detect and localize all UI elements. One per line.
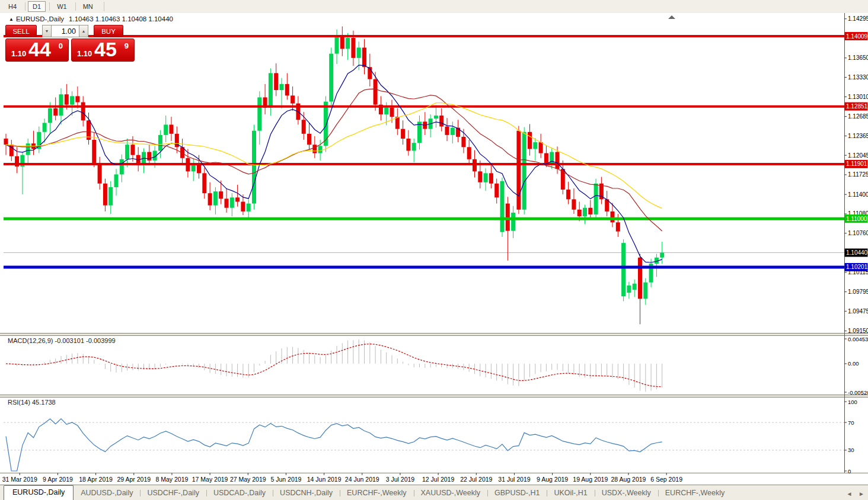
buy-button[interactable]: BUY <box>94 25 123 37</box>
svg-text:22 Jul 2019: 22 Jul 2019 <box>460 476 492 483</box>
tab-eurchf--weekly[interactable]: EURCHF-,Weekly <box>340 486 413 500</box>
svg-text:1.12851: 1.12851 <box>846 103 868 110</box>
svg-text:1.10201: 1.10201 <box>846 264 868 270</box>
tab-usdchf--daily[interactable]: USDCHF-,Daily <box>140 486 206 500</box>
timeframe-button-d1[interactable]: D1 <box>28 1 46 12</box>
symbol-tab-bar: EURUSD-,DailyAUDUSD-,DailyUSDCHF-,DailyU… <box>0 485 868 500</box>
svg-text:1.11901: 1.11901 <box>846 161 867 167</box>
volume-input[interactable] <box>52 25 79 37</box>
macd-name: MACD(12,26,9) <box>8 337 53 344</box>
chart-title: ▲EURUSD-,Daily1.10463 1.10463 1.10408 1.… <box>9 15 173 23</box>
svg-text:18 Apr 2019: 18 Apr 2019 <box>79 476 113 483</box>
svg-text:31 Mar 2019: 31 Mar 2019 <box>2 476 37 483</box>
svg-text:1.11000: 1.11000 <box>846 216 867 222</box>
sell-price-point: 0 <box>59 41 63 50</box>
volume-decrease-button[interactable]: ▼ <box>42 25 52 37</box>
timeframe-button-h4[interactable]: H4 <box>4 1 21 12</box>
svg-text:27 May 2019: 27 May 2019 <box>230 476 266 483</box>
tab-eurusd--daily[interactable]: EURUSD-,Daily <box>4 485 74 500</box>
one-click-trading-panel: SELL ▼ ▲ BUY 1.10 44 0 1.10 45 9 <box>5 25 137 62</box>
buy-price-prefix: 1.10 <box>77 49 92 58</box>
tab-usdcad--daily[interactable]: USDCAD-,Daily <box>206 486 273 500</box>
svg-text:1.12365: 1.12365 <box>848 133 868 139</box>
svg-text:1.13330: 1.13330 <box>848 74 868 81</box>
svg-text:1.11400: 1.11400 <box>848 191 868 198</box>
svg-text:9 Aug 2019: 9 Aug 2019 <box>537 476 568 483</box>
svg-text:6 Sep 2019: 6 Sep 2019 <box>650 476 682 483</box>
rsi-value: 45.1738 <box>32 399 56 406</box>
buy-price-quote[interactable]: 1.10 45 9 <box>71 39 135 62</box>
svg-text:30: 30 <box>848 447 854 453</box>
symbol-marker-icon: ▲ <box>9 17 14 22</box>
svg-text:1.09150: 1.09150 <box>848 328 868 334</box>
svg-text:17 May 2019: 17 May 2019 <box>192 476 228 483</box>
tab-scroll-left-icon[interactable]: ◄ <box>846 491 852 497</box>
tab-scroll-right-icon[interactable]: ► <box>859 491 864 497</box>
svg-text:1.10440: 1.10440 <box>846 249 868 256</box>
svg-text:1.14295: 1.14295 <box>848 15 868 22</box>
svg-text:19 Aug 2019: 19 Aug 2019 <box>573 476 608 483</box>
macd-indicator-label: MACD(12,26,9) -0.003101 -0.003999 <box>8 337 116 344</box>
price-chart-canvas[interactable]: 1.142951.136501.133301.130101.126851.123… <box>0 13 868 485</box>
svg-text:12 Jul 2019: 12 Jul 2019 <box>422 476 454 483</box>
svg-text:0: 0 <box>848 468 851 475</box>
tab-usdx--weekly[interactable]: USDX-,Weekly <box>595 486 658 500</box>
svg-text:1.13650: 1.13650 <box>848 55 868 61</box>
svg-text:14 Jun 2019: 14 Jun 2019 <box>307 476 342 483</box>
sell-button[interactable]: SELL <box>5 25 37 37</box>
sell-price-prefix: 1.10 <box>11 49 26 58</box>
tab-usdcnh--daily[interactable]: USDCNH-,Daily <box>273 486 340 500</box>
svg-text:29 Apr 2019: 29 Apr 2019 <box>117 476 151 483</box>
timeframe-button-mn[interactable]: MN <box>78 1 98 12</box>
svg-text:1.11725: 1.11725 <box>848 171 868 178</box>
svg-text:1.12045: 1.12045 <box>848 152 868 159</box>
svg-text:8 May 2019: 8 May 2019 <box>155 476 188 483</box>
chart-symbol-period: EURUSD-,Daily <box>16 15 64 23</box>
svg-text:9 Apr 2019: 9 Apr 2019 <box>43 476 73 483</box>
volume-increase-button[interactable]: ▲ <box>79 25 88 37</box>
chevron-up-icon: ▲ <box>82 29 86 33</box>
buy-price-point: 9 <box>125 41 129 50</box>
svg-text:1.09795: 1.09795 <box>848 289 868 295</box>
svg-text:1.12685: 1.12685 <box>848 113 868 120</box>
tab-ukoil--h1[interactable]: UKOil-,H1 <box>547 486 594 500</box>
svg-text:28 Aug 2019: 28 Aug 2019 <box>611 476 646 483</box>
chart-ohlc-values: 1.10463 1.10463 1.10408 1.10440 <box>69 15 173 23</box>
svg-text:1.09475: 1.09475 <box>848 308 868 315</box>
sell-price-quote[interactable]: 1.10 44 0 <box>5 39 69 62</box>
svg-text:24 Jun 2019: 24 Jun 2019 <box>345 476 379 483</box>
chevron-down-icon: ▼ <box>45 29 49 33</box>
svg-text:1.13010: 1.13010 <box>848 94 868 100</box>
svg-text:1.14009: 1.14009 <box>846 33 868 40</box>
toolbar-separator <box>25 2 25 11</box>
tab-audusd--daily[interactable]: AUDUSD-,Daily <box>74 486 140 500</box>
timeframe-toolbar: H4D1W1MN <box>0 0 868 13</box>
svg-text:100: 100 <box>848 399 857 405</box>
svg-text:0.00: 0.00 <box>848 360 859 367</box>
svg-text:5 Jun 2019: 5 Jun 2019 <box>270 476 301 483</box>
sell-price-pips: 44 <box>28 39 51 61</box>
buy-price-pips: 45 <box>94 39 117 61</box>
tab-scroll-controls: ◄ ► <box>841 491 864 497</box>
svg-text:31 Jul 2019: 31 Jul 2019 <box>498 476 530 483</box>
svg-text:0.004536: 0.004536 <box>848 336 868 342</box>
tab-xauusd--weekly[interactable]: XAUUSD-,Weekly <box>414 486 487 500</box>
svg-text:3 Jul 2019: 3 Jul 2019 <box>386 476 415 483</box>
tab-eurchf--weekly[interactable]: EURCHF-,Weekly <box>658 486 732 500</box>
toolbar-separator <box>49 2 50 11</box>
timeframe-button-w1[interactable]: W1 <box>52 1 72 12</box>
svg-text:70: 70 <box>848 419 854 426</box>
toolbar-group-separator <box>104 2 104 11</box>
toolbar-separator <box>75 2 76 11</box>
svg-text:-0.005205: -0.005205 <box>848 389 868 396</box>
rsi-indicator-label: RSI(14) 45.1738 <box>8 399 56 406</box>
macd-values: -0.003101 -0.003999 <box>55 337 115 344</box>
svg-text:1.10760: 1.10760 <box>848 230 868 236</box>
tab-gbpusd--h1[interactable]: GBPUSD-,H1 <box>487 486 547 500</box>
rsi-name: RSI(14) <box>8 399 30 406</box>
